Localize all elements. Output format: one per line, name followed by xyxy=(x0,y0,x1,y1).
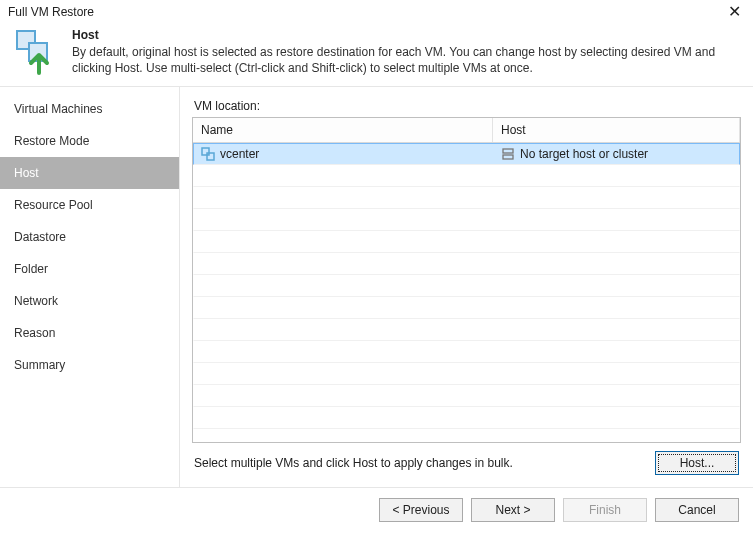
wizard-header: Host By default, original host is select… xyxy=(0,22,753,86)
sidebar-item-restore-mode[interactable]: Restore Mode xyxy=(0,125,179,157)
next-button[interactable]: Next > xyxy=(471,498,555,522)
wizard-main: VM location: Name Host xyxy=(180,87,753,487)
table-row-empty xyxy=(193,297,740,319)
sidebar-item-reason[interactable]: Reason xyxy=(0,317,179,349)
window-title: Full VM Restore xyxy=(8,5,94,19)
finish-button[interactable]: Finish xyxy=(563,498,647,522)
header-description: By default, original host is selected as… xyxy=(72,44,739,76)
svg-rect-4 xyxy=(503,149,513,153)
vm-icon xyxy=(200,146,216,162)
cancel-button[interactable]: Cancel xyxy=(655,498,739,522)
sidebar-item-datastore[interactable]: Datastore xyxy=(0,221,179,253)
sidebar-item-network[interactable]: Network xyxy=(0,285,179,317)
bulk-action-row: Select multiple VMs and click Host to ap… xyxy=(192,443,741,479)
table-row-empty xyxy=(193,231,740,253)
svg-rect-2 xyxy=(202,148,209,155)
host-button[interactable]: Host... xyxy=(655,451,739,475)
header-title: Host xyxy=(72,28,739,42)
table-row-empty xyxy=(193,253,740,275)
column-header-name[interactable]: Name xyxy=(193,118,493,142)
table-row-empty xyxy=(193,341,740,363)
vm-location-label: VM location: xyxy=(194,99,741,113)
window: Full VM Restore ✕ Host By default, origi… xyxy=(0,0,753,536)
cell-name-text: vcenter xyxy=(220,147,259,161)
titlebar: Full VM Restore ✕ xyxy=(0,0,753,22)
wizard-body: Virtual Machines Restore Mode Host Resou… xyxy=(0,86,753,487)
svg-rect-5 xyxy=(503,155,513,159)
table-row-empty xyxy=(193,275,740,297)
cell-host: No target host or cluster xyxy=(494,144,739,164)
sidebar-item-resource-pool[interactable]: Resource Pool xyxy=(0,189,179,221)
wizard-sidebar: Virtual Machines Restore Mode Host Resou… xyxy=(0,87,180,487)
table-row-empty xyxy=(193,385,740,407)
close-icon[interactable]: ✕ xyxy=(724,4,745,20)
vm-location-table: Name Host vcenter xyxy=(192,117,741,443)
sidebar-item-virtual-machines[interactable]: Virtual Machines xyxy=(0,93,179,125)
column-header-host[interactable]: Host xyxy=(493,118,740,142)
host-icon xyxy=(500,146,516,162)
table-row-empty xyxy=(193,407,740,429)
table-row-empty xyxy=(193,165,740,187)
svg-rect-3 xyxy=(207,153,214,160)
cell-host-text: No target host or cluster xyxy=(520,147,648,161)
sidebar-item-folder[interactable]: Folder xyxy=(0,253,179,285)
table-row-empty xyxy=(193,209,740,231)
table-row-empty xyxy=(193,187,740,209)
table-row[interactable]: vcenter No target host or cluster xyxy=(193,143,740,165)
table-row-empty xyxy=(193,363,740,385)
table-header: Name Host xyxy=(193,118,740,143)
wizard-footer: < Previous Next > Finish Cancel xyxy=(0,487,753,536)
bulk-hint-text: Select multiple VMs and click Host to ap… xyxy=(194,456,513,470)
table-row-empty xyxy=(193,319,740,341)
sidebar-item-summary[interactable]: Summary xyxy=(0,349,179,381)
previous-button[interactable]: < Previous xyxy=(379,498,463,522)
sidebar-item-host[interactable]: Host xyxy=(0,157,179,189)
table-body: vcenter No target host or cluster xyxy=(193,143,740,442)
cell-name: vcenter xyxy=(194,144,494,164)
host-wizard-icon xyxy=(14,28,62,76)
